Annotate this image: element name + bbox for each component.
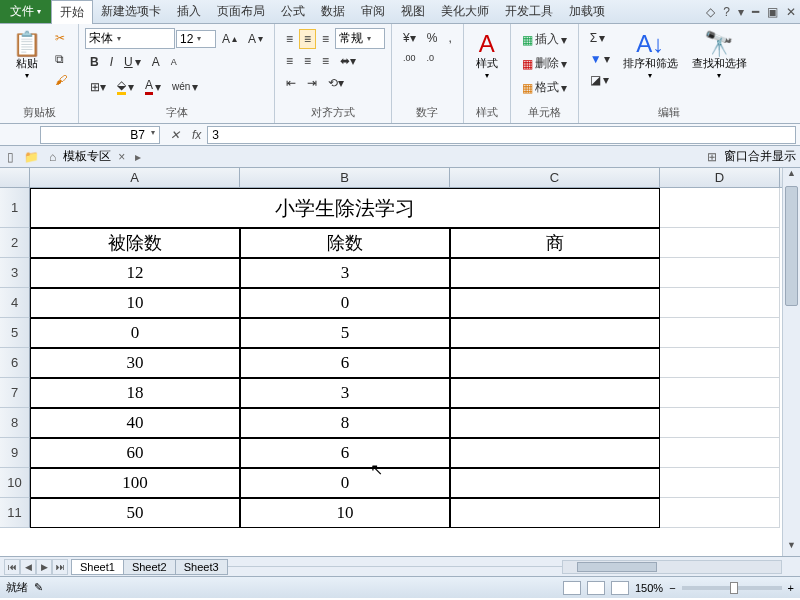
cell[interactable] [660, 258, 780, 288]
cell[interactable] [450, 408, 660, 438]
cell[interactable]: 10 [30, 288, 240, 318]
tab-beautify[interactable]: 美化大师 [433, 0, 497, 23]
insert-cells-button[interactable]: ▦插入▾ [517, 28, 572, 51]
row-3[interactable]: 3 [0, 258, 30, 288]
tab-insert[interactable]: 插入 [169, 0, 209, 23]
folder-icon[interactable]: 📁 [21, 150, 42, 164]
fill-button[interactable]: ▼▾ [585, 49, 615, 69]
cell[interactable] [450, 468, 660, 498]
sheet-tab-1[interactable]: Sheet1 [71, 559, 124, 575]
add-tab-icon[interactable]: ▸ [132, 150, 144, 164]
cell[interactable] [450, 498, 660, 528]
cell[interactable]: 100 [30, 468, 240, 498]
cell[interactable]: 30 [30, 348, 240, 378]
row-4[interactable]: 4 [0, 288, 30, 318]
tab-new[interactable]: 新建选项卡 [93, 0, 169, 23]
cancel-formula-icon[interactable]: ✕ [164, 128, 186, 142]
cell[interactable]: 3 [240, 258, 450, 288]
format-painter-button[interactable]: 🖌 [50, 70, 72, 90]
header-cell[interactable]: 除数 [240, 228, 450, 258]
cell[interactable] [660, 228, 780, 258]
sheet-prev-icon[interactable]: ◀ [20, 559, 36, 575]
zoom-in-button[interactable]: + [788, 582, 794, 594]
cell[interactable] [450, 378, 660, 408]
sheet-first-icon[interactable]: ⏮ [4, 559, 20, 575]
dropdown-icon[interactable]: ▾ [734, 3, 748, 21]
paste-button[interactable]: 📋 粘贴 ▾ [6, 28, 48, 84]
header-cell[interactable]: 商 [450, 228, 660, 258]
row-6[interactable]: 6 [0, 348, 30, 378]
file-menu[interactable]: 文件 ▾ [0, 0, 51, 23]
indent-inc-button[interactable]: ⇥ [302, 73, 322, 93]
row-9[interactable]: 9 [0, 438, 30, 468]
view-pagebreak-button[interactable] [611, 581, 629, 595]
cell[interactable] [450, 438, 660, 468]
template-label[interactable]: 模板专区 [63, 148, 111, 165]
font-size-combo[interactable]: 12▾ [176, 30, 216, 48]
cell[interactable]: 18 [30, 378, 240, 408]
cell[interactable] [660, 408, 780, 438]
cell[interactable] [660, 468, 780, 498]
cell[interactable]: 12 [30, 258, 240, 288]
tab-addins[interactable]: 加载项 [561, 0, 613, 23]
comma-button[interactable]: , [443, 28, 456, 48]
zoom-level[interactable]: 150% [635, 582, 663, 594]
font-color-button[interactable]: A▾ [140, 75, 166, 98]
chevron-up-icon[interactable]: ◇ [702, 3, 719, 21]
sheet-tab-3[interactable]: Sheet3 [175, 559, 228, 575]
autosum-button[interactable]: Σ▾ [585, 28, 615, 48]
zoom-slider[interactable] [682, 586, 782, 590]
window-merge-icon[interactable]: ⊞ [704, 150, 720, 164]
indent-dec-button[interactable]: ⇤ [281, 73, 301, 93]
minimize-icon[interactable]: ━ [748, 3, 763, 21]
font-grow-icon[interactable]: A [147, 52, 165, 72]
cell[interactable]: 6 [240, 348, 450, 378]
status-insert-icon[interactable]: ✎ [34, 581, 43, 594]
header-cell[interactable]: 被除数 [30, 228, 240, 258]
row-1[interactable]: 1 [0, 188, 30, 228]
select-all-corner[interactable] [0, 168, 30, 187]
title-cell[interactable]: 小学生除法学习 [30, 188, 660, 228]
doc-icon[interactable]: ▯ [4, 150, 17, 164]
inc-decimal-button[interactable]: .00 [398, 50, 421, 66]
name-box[interactable]: B7▾ [40, 126, 160, 144]
tab-layout[interactable]: 页面布局 [209, 0, 273, 23]
orientation-button[interactable]: ⟲▾ [323, 73, 349, 93]
row-10[interactable]: 10 [0, 468, 30, 498]
italic-button[interactable]: I [105, 52, 118, 72]
cut-button[interactable]: ✂ [50, 28, 72, 48]
help-icon[interactable]: ? [719, 3, 734, 21]
cell[interactable] [660, 498, 780, 528]
zoom-out-button[interactable]: − [669, 582, 675, 594]
font-name-combo[interactable]: 宋体▾ [85, 28, 175, 49]
underline-button[interactable]: U▾ [119, 52, 146, 72]
cell[interactable] [450, 318, 660, 348]
col-A[interactable]: A [30, 168, 240, 187]
window-merge-label[interactable]: 窗口合并显示 [724, 148, 796, 165]
view-layout-button[interactable] [587, 581, 605, 595]
align-center-button[interactable]: ≡ [299, 51, 316, 71]
align-top-button[interactable]: ≡ [281, 29, 298, 49]
bold-button[interactable]: B [85, 52, 104, 72]
scroll-thumb[interactable] [785, 186, 798, 306]
copy-button[interactable]: ⧉ [50, 49, 72, 69]
cell[interactable]: 0 [240, 288, 450, 318]
formula-input[interactable]: 3 [207, 126, 796, 144]
scroll-down-icon[interactable]: ▼ [783, 540, 800, 556]
close-tab-icon[interactable]: × [115, 150, 128, 164]
cell[interactable]: 10 [240, 498, 450, 528]
phonetic-button[interactable]: wén▾ [167, 77, 203, 97]
align-left-button[interactable]: ≡ [281, 51, 298, 71]
col-D[interactable]: D [660, 168, 780, 187]
font-shrink-icon[interactable]: A [166, 54, 182, 70]
tab-dev[interactable]: 开发工具 [497, 0, 561, 23]
cell[interactable] [450, 348, 660, 378]
cell[interactable]: 3 [240, 378, 450, 408]
vertical-scrollbar[interactable]: ▲ ▼ [782, 168, 800, 556]
cell[interactable]: 6 [240, 438, 450, 468]
cell[interactable]: 0 [240, 468, 450, 498]
wrap-combo[interactable]: 常规▾ [335, 28, 385, 49]
cell[interactable]: 50 [30, 498, 240, 528]
clear-button[interactable]: ◪▾ [585, 70, 615, 90]
cell[interactable]: 5 [240, 318, 450, 348]
